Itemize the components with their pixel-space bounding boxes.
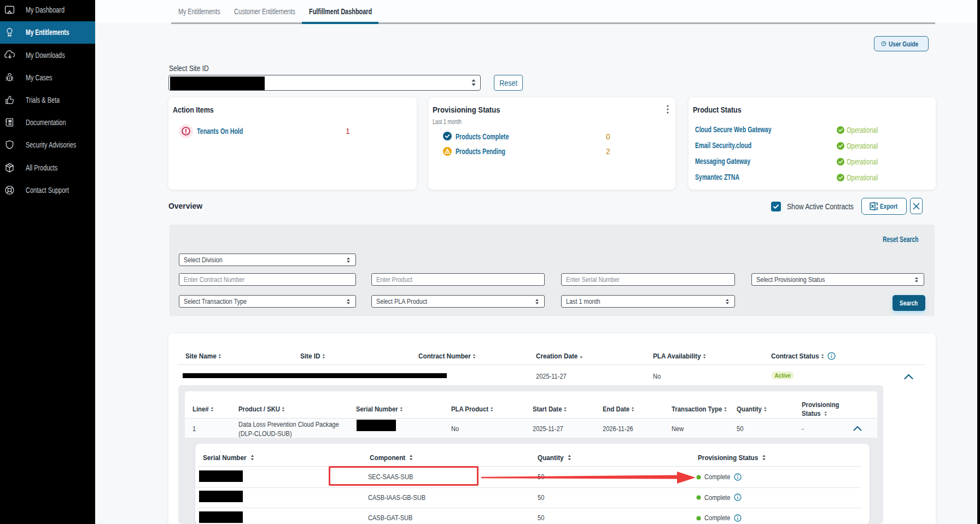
svg-text:?: ? [883, 42, 885, 45]
